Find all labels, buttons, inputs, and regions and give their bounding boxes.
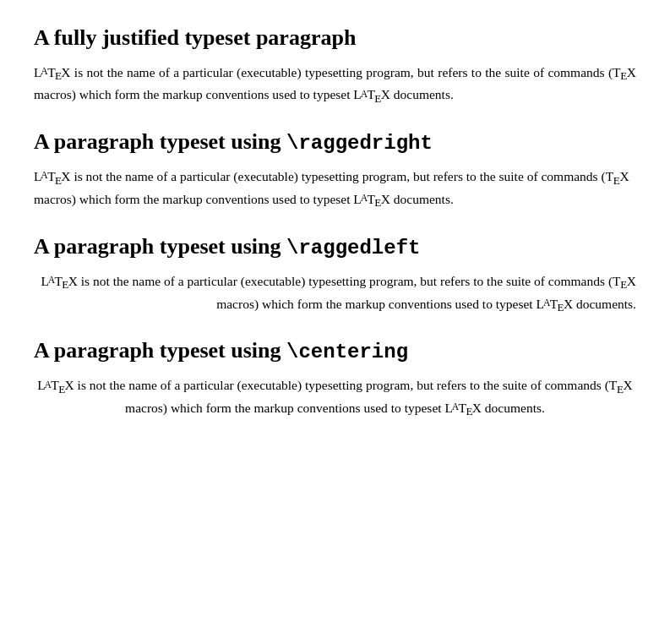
section-title-justified: A fully justified typeset paragraph <box>34 24 636 52</box>
paragraph-raggedright: LATEX is not the name of a particular (e… <box>34 166 636 211</box>
paragraph-justified: LATEX is not the name of a particular (e… <box>34 63 636 107</box>
section-raggedright: A paragraph typeset using \raggedright L… <box>34 128 636 212</box>
code-centering: \centering <box>286 341 408 363</box>
section-title-raggedleft: A paragraph typeset using \raggedleft <box>34 232 636 261</box>
section-title-raggedright: A paragraph typeset using \raggedright <box>34 128 636 156</box>
section-raggedleft: A paragraph typeset using \raggedleft LA… <box>34 232 636 317</box>
paragraph-raggedleft: LATEX is not the name of a particular (e… <box>34 271 636 316</box>
section-justified: A fully justified typeset paragraph LATE… <box>34 24 636 107</box>
paragraph-centering: LATEX is not the name of a particular (e… <box>34 375 636 420</box>
section-centering: A paragraph typeset using \centering LAT… <box>34 336 636 421</box>
section-title-centering: A paragraph typeset using \centering <box>34 336 636 365</box>
code-raggedleft: \raggedleft <box>286 237 420 259</box>
code-raggedright: \raggedright <box>286 132 433 155</box>
